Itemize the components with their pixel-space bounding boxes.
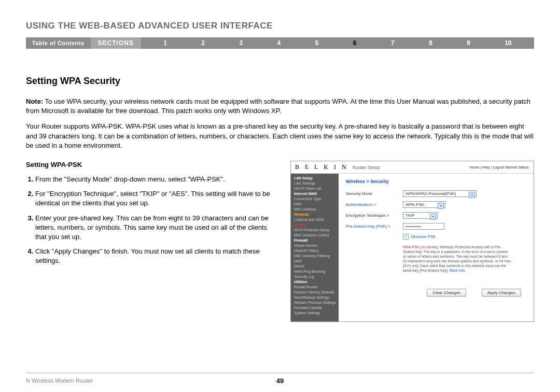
footer: N Wireless Modem Router 49 [26, 373, 534, 384]
more-info-link[interactable]: More Info [450, 269, 465, 272]
sidebar-item[interactable]: Channel and SSID [291, 217, 339, 222]
sidebar-item[interactable]: Client IP Filters [291, 248, 339, 254]
nav-toc[interactable]: Table of Contents [26, 40, 91, 46]
section-title: Setting WPA Security [26, 76, 534, 87]
sidebar-item[interactable]: MAC Address Filtering [291, 254, 339, 259]
nav-section-4[interactable]: 4 [277, 39, 281, 47]
label-psk: Pre-shared Key (PSK) > [346, 224, 403, 229]
sidebar-item[interactable]: LAN Settings [291, 181, 339, 186]
footer-product: N Wireless Modem Router [26, 377, 93, 384]
sidebar-item[interactable]: Firmware Update [291, 305, 339, 311]
router-screenshot: B E L K I N Router Setup Home | Help | L… [290, 161, 534, 322]
router-subtitle: Router Setup [353, 165, 380, 170]
label-authentication: Authentication > [346, 202, 403, 207]
belkin-logo: B E L K I N [295, 163, 348, 171]
sidebar-item[interactable]: WAN Ping Blocking [291, 269, 339, 274]
sidebar-item[interactable]: Connection Type [291, 197, 339, 202]
input-psk[interactable]: •••••••• [403, 223, 444, 230]
page-title: USING THE WEB-BASED ADVANCED USER INTERF… [26, 21, 534, 31]
sidebar-item[interactable]: Virtual Servers [291, 243, 339, 248]
nav-section-2[interactable]: 2 [201, 39, 205, 47]
psk-description: WPA-PSK (no server): Wireless Protected … [403, 245, 512, 273]
sidebar-item[interactable]: MAC Address Control [291, 233, 339, 238]
nav-section-1[interactable]: 1 [163, 39, 167, 47]
sidebar-item[interactable]: System Settings [291, 311, 339, 316]
sidebar-item[interactable]: Restore Factory Defaults [291, 290, 339, 295]
note-paragraph: Note: To use WPA security, your wireless… [26, 97, 534, 116]
steps-list: From the "Security Mode" drop-down menu,… [26, 175, 275, 266]
label-security-mode: Security Mode [346, 191, 403, 196]
label-obscure-psk: Obscure PSK [411, 234, 436, 239]
nav-section-8[interactable]: 8 [429, 39, 432, 47]
sidebar-item[interactable]: LAN Setup [291, 176, 339, 181]
sidebar-item[interactable]: DNS [291, 202, 339, 207]
step-1: From the "Security Mode" drop-down menu,… [35, 175, 275, 184]
sidebar-item[interactable]: Save/Backup Settings [291, 295, 339, 300]
sidebar-item[interactable]: Firewall [291, 238, 339, 243]
clear-changes-button[interactable]: Clear Changes [427, 289, 466, 297]
step-4: Click "Apply Changes" to finish. You mus… [35, 247, 275, 265]
sidebar-item[interactable]: Wireless [291, 212, 339, 217]
router-sidebar: LAN SetupLAN SettingsDHCP Client ListInt… [291, 174, 339, 321]
chevron-down-icon: ▾ [430, 214, 436, 220]
sidebar-item[interactable]: DHCP Client List [291, 186, 339, 191]
nav-section-3[interactable]: 3 [239, 39, 243, 47]
select-security-mode-value: WPA/WPA2-Personal(PSK) [405, 191, 456, 196]
select-security-mode[interactable]: WPA/WPA2-Personal(PSK) ▾ [403, 190, 477, 197]
select-authentication-value: WPA-PSK [405, 202, 424, 207]
select-encryption-value: TKIP [405, 213, 415, 218]
para-2: Your Router supports WPA-PSK. WPA-PSK us… [26, 122, 534, 150]
sidebar-item[interactable]: DMZ [291, 259, 339, 264]
label-encryption: Encryption Technique > [346, 213, 403, 218]
nav-section-6[interactable]: 6 [353, 39, 357, 47]
nav-section-5[interactable]: 5 [315, 39, 319, 47]
nav-section-7[interactable]: 7 [391, 39, 395, 47]
step-3: Enter your pre-shared key. This can be f… [35, 214, 275, 242]
select-authentication[interactable]: WPA-PSK ▾ [403, 201, 445, 208]
nav-section-9[interactable]: 9 [467, 39, 470, 47]
router-header-right: Home | Help | Logout Internet Status: [470, 165, 529, 169]
nav-bar: Table of Contents SECTIONS 12345678910 [26, 37, 534, 49]
sub-heading: Setting WPA-PSK [26, 161, 275, 169]
sidebar-item[interactable]: DDNS [291, 264, 339, 269]
chevron-down-icon: ▾ [438, 203, 444, 209]
nav-section-10[interactable]: 10 [505, 39, 511, 47]
sidebar-item[interactable]: Internet WAN [291, 191, 339, 197]
desc-strong: WPA-PSK (no server): [403, 245, 439, 249]
checkbox-obscure-psk[interactable]: ✓ [403, 234, 409, 240]
note-body: To use WPA security, your wireless netwo… [26, 97, 530, 115]
sidebar-item[interactable]: Restore Previous Settings [291, 300, 339, 305]
page-number: 49 [276, 377, 284, 385]
chevron-down-icon: ▾ [469, 192, 475, 198]
note-label: Note: [26, 97, 43, 105]
sidebar-item[interactable]: Wi-Fi Protected Setup [291, 228, 339, 233]
apply-changes-button[interactable]: Apply Changes [482, 289, 521, 297]
sidebar-item[interactable]: Utilities [291, 279, 339, 285]
step-2: For "Encryption Technique", select "TKIP… [35, 189, 275, 208]
sidebar-item[interactable]: Security [291, 222, 339, 228]
select-encryption[interactable]: TKIP ▾ [403, 212, 438, 219]
nav-sections-label: SECTIONS [91, 37, 141, 49]
sidebar-item[interactable]: Security Log [291, 274, 339, 279]
sidebar-item[interactable]: Restart Router [291, 285, 339, 290]
breadcrumb: Wireless > Security [346, 179, 526, 184]
sidebar-item[interactable]: MAC Address [291, 207, 339, 212]
